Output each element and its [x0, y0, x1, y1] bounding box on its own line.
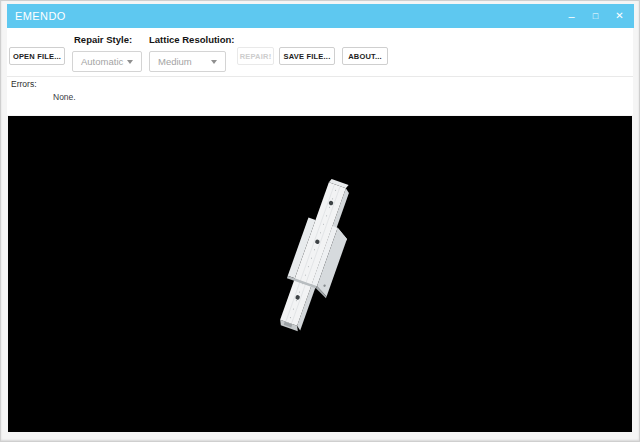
lattice-resolution-value: Medium: [158, 56, 192, 67]
window-controls: – □ ✕: [565, 4, 626, 28]
maximize-icon[interactable]: □: [589, 4, 602, 28]
errors-label: Errors:: [11, 79, 37, 89]
close-icon[interactable]: ✕: [613, 4, 626, 28]
repair-style-select[interactable]: Automatic: [72, 51, 142, 72]
window-title: EMENDO: [7, 4, 66, 28]
minimize-icon[interactable]: –: [565, 4, 578, 28]
rail-model: [271, 176, 364, 337]
repair-style-value: Automatic: [81, 56, 123, 67]
about-button[interactable]: ABOUT...: [342, 47, 388, 65]
toolbar-separator: [7, 76, 633, 77]
repair-style-label: Repair Style:: [74, 34, 132, 45]
lattice-resolution-label: Lattice Resolution:: [149, 34, 235, 45]
model-3d: [8, 116, 632, 432]
open-file-button[interactable]: OPEN FILE...: [9, 47, 65, 65]
errors-value: None.: [53, 92, 76, 102]
title-bar[interactable]: EMENDO – □ ✕: [7, 4, 634, 28]
app-window: EMENDO – □ ✕ OPEN FILE... Repair Style: …: [0, 0, 640, 442]
content-area: OPEN FILE... Repair Style: Automatic Lat…: [7, 28, 633, 115]
window-frame: EMENDO – □ ✕ OPEN FILE... Repair Style: …: [0, 0, 640, 442]
repair-button[interactable]: REPAIR!: [237, 47, 274, 65]
chevron-down-icon: [211, 60, 217, 64]
save-file-button[interactable]: SAVE FILE...: [279, 47, 335, 65]
model-viewport[interactable]: [8, 116, 632, 432]
chevron-down-icon: [127, 60, 133, 64]
lattice-resolution-select[interactable]: Medium: [149, 51, 226, 72]
